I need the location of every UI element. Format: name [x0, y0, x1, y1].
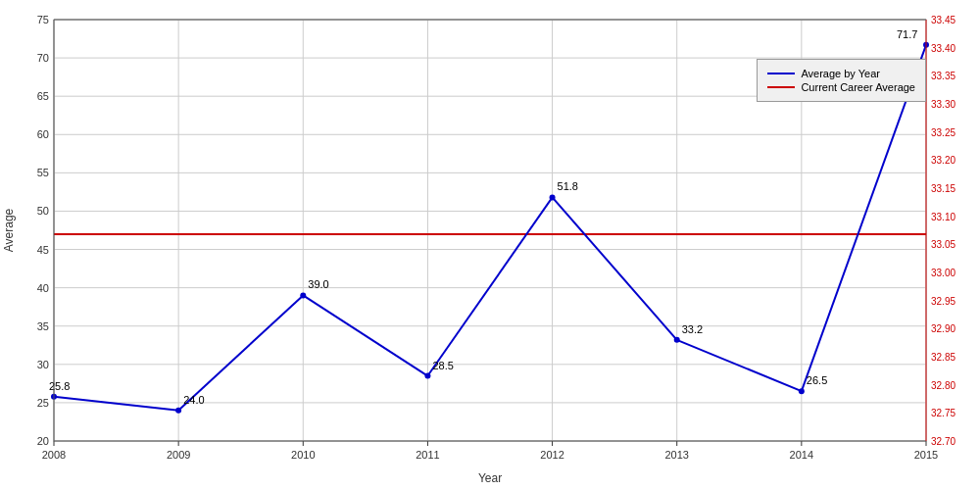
svg-text:33.45: 33.45 — [931, 15, 956, 25]
svg-text:55: 55 — [37, 167, 49, 178]
svg-text:2015: 2015 — [914, 449, 938, 461]
svg-text:20: 20 — [37, 435, 49, 447]
svg-text:50: 50 — [37, 205, 49, 217]
svg-text:30: 30 — [37, 359, 49, 370]
chart-container: 20253035404550556065707532.7032.7532.803… — [0, 0, 980, 490]
svg-text:35: 35 — [37, 320, 49, 332]
svg-text:45: 45 — [37, 244, 49, 256]
svg-text:33.05: 33.05 — [931, 239, 956, 250]
svg-text:40: 40 — [37, 282, 49, 294]
svg-text:65: 65 — [37, 90, 49, 102]
svg-text:32.85: 32.85 — [931, 352, 956, 363]
legend-box: Average by Year Current Career Average — [757, 59, 926, 102]
legend-line-blue — [767, 73, 795, 74]
svg-text:2010: 2010 — [291, 449, 315, 461]
svg-point-83 — [550, 194, 556, 200]
svg-text:Year: Year — [478, 471, 502, 485]
svg-text:33.10: 33.10 — [931, 212, 956, 222]
svg-text:Average: Average — [2, 208, 16, 252]
svg-text:71.7: 71.7 — [897, 28, 917, 40]
svg-text:2008: 2008 — [42, 449, 66, 461]
svg-text:2014: 2014 — [790, 449, 813, 461]
svg-text:32.95: 32.95 — [931, 296, 956, 307]
legend-item-avg: Average by Year — [767, 68, 915, 79]
svg-text:32.75: 32.75 — [931, 408, 956, 418]
svg-text:51.8: 51.8 — [558, 180, 578, 192]
svg-text:33.30: 33.30 — [931, 99, 956, 110]
svg-text:75: 75 — [37, 14, 49, 25]
svg-text:26.5: 26.5 — [807, 374, 827, 386]
svg-text:28.5: 28.5 — [432, 360, 453, 371]
svg-text:70: 70 — [37, 52, 49, 64]
svg-text:33.25: 33.25 — [931, 127, 956, 138]
svg-text:33.40: 33.40 — [931, 43, 956, 54]
legend-label-career: Current Career Average — [801, 81, 915, 93]
svg-text:25.8: 25.8 — [49, 380, 70, 392]
svg-text:2009: 2009 — [167, 449, 190, 461]
svg-text:32.70: 32.70 — [931, 436, 956, 447]
svg-point-81 — [424, 373, 430, 379]
svg-text:39.0: 39.0 — [308, 278, 328, 290]
svg-point-87 — [799, 388, 805, 394]
svg-point-85 — [674, 337, 680, 343]
svg-text:33.00: 33.00 — [931, 268, 956, 278]
svg-text:25: 25 — [37, 397, 49, 409]
svg-text:32.90: 32.90 — [931, 323, 956, 334]
svg-text:60: 60 — [37, 128, 49, 140]
legend-label-avg: Average by Year — [801, 68, 880, 79]
svg-text:2011: 2011 — [416, 449, 439, 461]
svg-text:32.80: 32.80 — [931, 380, 956, 391]
svg-text:24.0: 24.0 — [183, 394, 204, 406]
svg-text:2013: 2013 — [664, 449, 688, 461]
svg-point-77 — [175, 408, 181, 414]
legend-line-red — [767, 86, 795, 88]
svg-text:33.20: 33.20 — [931, 155, 956, 166]
svg-text:33.35: 33.35 — [931, 71, 956, 81]
svg-text:2012: 2012 — [540, 449, 564, 461]
svg-text:33.15: 33.15 — [931, 183, 956, 194]
legend-item-career: Current Career Average — [767, 81, 915, 93]
svg-point-79 — [300, 292, 306, 298]
svg-text:33.2: 33.2 — [682, 323, 703, 335]
